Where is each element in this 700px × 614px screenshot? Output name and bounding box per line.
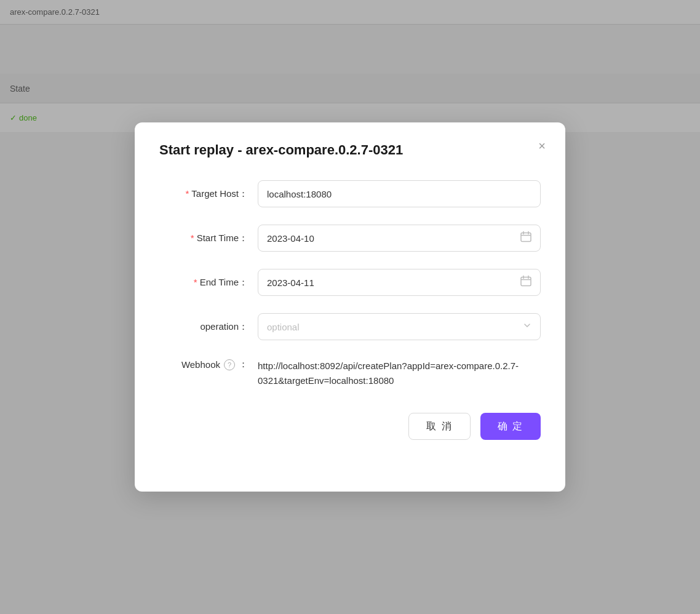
end-time-row: *End Time： [159, 269, 541, 296]
required-star-start: * [191, 233, 194, 243]
target-host-input[interactable] [258, 180, 541, 207]
operation-label: operation： [159, 321, 258, 333]
operation-select[interactable]: optional [258, 313, 541, 340]
required-star-host: * [185, 188, 189, 199]
webhook-url: http://localhost:8092/api/createPlan?app… [258, 357, 541, 388]
target-host-row: *Target Host： [159, 180, 541, 207]
start-time-wrapper [258, 225, 541, 252]
end-time-input[interactable] [258, 269, 541, 296]
required-star-end: * [194, 277, 197, 287]
cancel-button[interactable]: 取 消 [408, 413, 470, 440]
start-time-label: *Start Time： [159, 233, 258, 244]
modal-title: Start replay - arex-compare.0.2.7-0321 [159, 142, 541, 158]
webhook-label: Webhook ?： [159, 357, 258, 370]
confirm-button[interactable]: 确 定 [480, 413, 541, 440]
start-time-input[interactable] [258, 225, 541, 252]
end-time-wrapper [258, 269, 541, 296]
end-time-label: *End Time： [159, 277, 258, 289]
close-button[interactable]: × [536, 137, 548, 154]
operation-row: operation： optional [159, 313, 541, 340]
modal-overlay: × Start replay - arex-compare.0.2.7-0321… [0, 0, 700, 614]
webhook-row: Webhook ?： http://localhost:8092/api/cre… [159, 357, 541, 388]
target-host-label: *Target Host： [159, 188, 258, 200]
operation-select-wrapper: optional [258, 313, 541, 340]
modal-footer: 取 消 确 定 [159, 413, 541, 440]
help-icon[interactable]: ? [224, 359, 235, 370]
start-replay-modal: × Start replay - arex-compare.0.2.7-0321… [135, 122, 565, 492]
start-time-row: *Start Time： [159, 225, 541, 252]
